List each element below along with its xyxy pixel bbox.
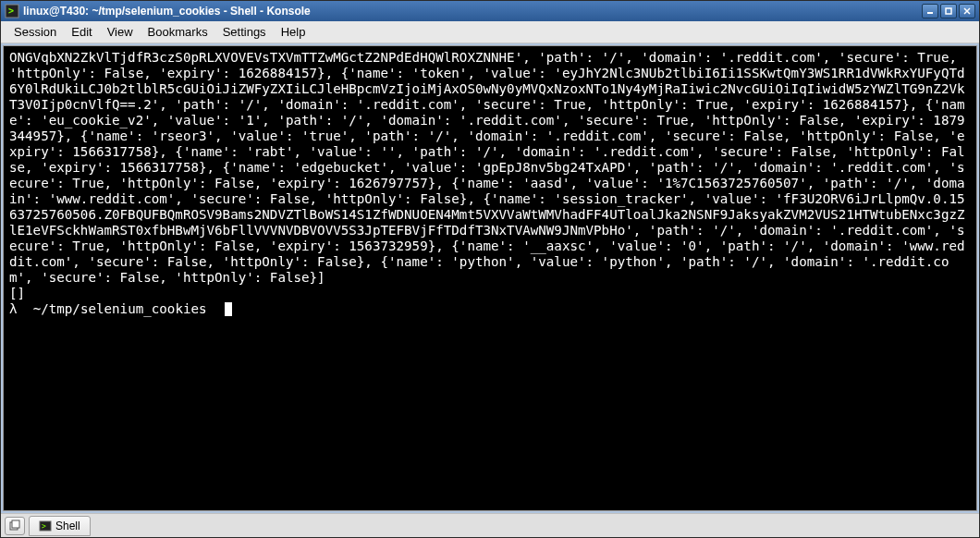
app-icon: > — [5, 4, 19, 18]
terminal-viewport[interactable]: ONGVqbXN2ZkVlTjdfR3czS0pRLXVOVEVsTXVmTTZ… — [3, 45, 977, 511]
window-controls — [922, 4, 975, 18]
minimize-button[interactable] — [922, 4, 938, 18]
window-title: linux@T430: ~/tmp/selenium_cookies - She… — [23, 5, 922, 18]
close-button[interactable] — [959, 4, 975, 18]
tab-shell[interactable]: > Shell — [29, 516, 91, 536]
svg-text:>: > — [8, 6, 14, 16]
tab-label: Shell — [55, 520, 80, 532]
menu-edit[interactable]: Edit — [64, 23, 99, 41]
menu-settings[interactable]: Settings — [215, 23, 274, 41]
new-tab-button[interactable] — [5, 517, 25, 535]
cursor — [225, 302, 232, 316]
svg-text:>: > — [42, 522, 46, 531]
menu-help[interactable]: Help — [274, 23, 313, 41]
menubar: Session Edit View Bookmarks Settings Hel… — [1, 21, 979, 43]
terminal-icon: > — [39, 520, 52, 532]
prompt-path: ~/tmp/selenium_cookies — [33, 301, 207, 316]
maximize-button[interactable] — [940, 4, 957, 18]
terminal-output: ONGVqbXN2ZkVlTjdfR3czS0pRLXVOVEVsTXVmTTZ… — [9, 50, 965, 300]
tab-bar: > Shell — [1, 513, 979, 537]
svg-rect-7 — [12, 520, 19, 528]
titlebar[interactable]: > linux@T430: ~/tmp/selenium_cookies - S… — [1, 1, 979, 21]
konsole-window: > linux@T430: ~/tmp/selenium_cookies - S… — [0, 0, 980, 538]
menu-view[interactable]: View — [100, 23, 141, 41]
menu-session[interactable]: Session — [6, 23, 64, 41]
svg-rect-3 — [946, 8, 951, 14]
menu-bookmarks[interactable]: Bookmarks — [141, 23, 215, 41]
prompt-symbol: λ — [9, 301, 18, 316]
